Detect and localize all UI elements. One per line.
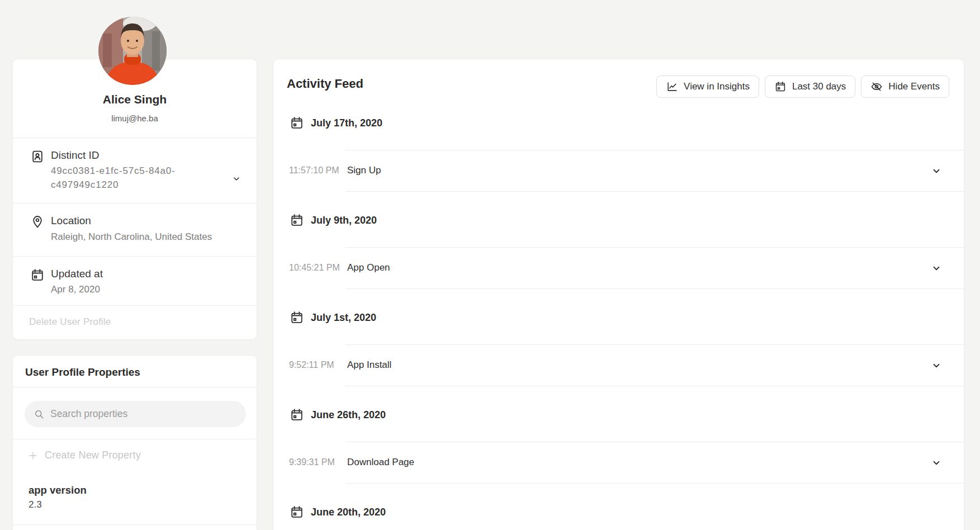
divider <box>13 439 257 439</box>
date-group-header: July 1st, 2020 <box>290 310 964 325</box>
search-icon <box>34 409 45 420</box>
divider <box>13 387 257 387</box>
avatar <box>98 17 167 85</box>
calendar-icon <box>290 310 304 325</box>
divider <box>345 288 964 289</box>
divider <box>345 191 964 192</box>
feed-toolbar: View in Insights Last 30 days Hide Event… <box>656 75 949 98</box>
field-value-distinct-id: 49cc0381-e1fc-57c5-84a0-c497949c1220 <box>51 164 192 192</box>
property-value: 2.3 <box>29 499 87 510</box>
event-row[interactable]: 9:39:31 PM Download Page <box>273 442 964 483</box>
chevron-down-icon[interactable] <box>931 263 941 273</box>
profile-card: Alice Singh limuj@he.ba Distinct ID 49cc… <box>12 59 257 340</box>
event-row[interactable]: 9:52:11 PM App Install <box>273 345 964 386</box>
event-name: App Install <box>347 359 391 371</box>
event-name: Download Page <box>347 457 414 468</box>
property-row-app-version[interactable]: app version 2.3 <box>29 484 87 510</box>
hide-events-label: Hide Events <box>888 81 940 92</box>
eye-off-icon <box>870 81 883 93</box>
property-name: app version <box>29 484 87 496</box>
date-group-header: June 20th, 2020 <box>290 505 964 519</box>
divider <box>13 256 257 257</box>
divider <box>345 386 964 386</box>
calendar-icon <box>774 81 787 93</box>
feed-body: July 17th, 2020 11:57:10 PM Sign Up July… <box>273 116 964 530</box>
create-new-property-label: Create New Property <box>45 449 141 461</box>
event-time: 11:57:10 PM <box>289 165 347 176</box>
date-group-label: June 20th, 2020 <box>311 507 386 518</box>
date-group-label: July 17th, 2020 <box>311 117 382 129</box>
activity-feed-title: Activity Feed <box>287 77 363 91</box>
user-profile-properties-card: User Profile Properties Create New Prope… <box>12 355 257 530</box>
date-group-label: July 1st, 2020 <box>311 312 376 324</box>
field-label-updated-at: Updated at <box>51 268 103 280</box>
calendar-icon <box>290 116 304 130</box>
date-group-label: June 26th, 2020 <box>311 409 386 421</box>
field-label-distinct-id: Distinct ID <box>51 149 100 162</box>
user-profile-page: Alice Singh limuj@he.ba Distinct ID 49cc… <box>0 0 980 530</box>
date-group-label: July 9th, 2020 <box>311 215 377 226</box>
event-row[interactable]: 10:45:21 PM App Open <box>273 248 964 288</box>
delete-user-profile-button[interactable]: Delete User Profile <box>29 316 111 328</box>
view-in-insights-button[interactable]: View in Insights <box>656 75 759 98</box>
properties-title: User Profile Properties <box>25 366 140 378</box>
create-new-property-button[interactable]: Create New Property <box>28 449 141 461</box>
divider <box>13 305 257 306</box>
field-value-location: Raleigh, North Carolina, United States <box>51 230 212 244</box>
event-name: Sign Up <box>347 165 381 176</box>
calendar-icon <box>290 213 304 228</box>
location-pin-icon <box>30 215 45 229</box>
event-name: App Open <box>347 262 390 273</box>
plus-icon <box>28 451 38 461</box>
user-photo <box>98 17 167 85</box>
event-time: 9:52:11 PM <box>289 360 347 370</box>
event-time: 9:39:31 PM <box>289 457 347 467</box>
chevron-down-icon[interactable] <box>931 458 941 468</box>
divider <box>13 524 257 525</box>
profile-name: Alice Singh <box>13 93 257 106</box>
id-badge-icon <box>30 149 45 164</box>
calendar-icon <box>290 505 304 519</box>
search-properties-field[interactable] <box>25 401 246 427</box>
chevron-down-icon[interactable] <box>931 361 941 371</box>
field-label-location: Location <box>51 215 91 227</box>
event-time: 10:45:21 PM <box>289 263 347 273</box>
calendar-icon <box>30 268 45 282</box>
chevron-down-icon[interactable] <box>931 166 941 176</box>
profile-email: limuj@he.ba <box>13 113 257 123</box>
date-range-label: Last 30 days <box>792 81 846 92</box>
search-input[interactable] <box>50 408 237 420</box>
view-in-insights-label: View in Insights <box>684 81 750 92</box>
date-range-button[interactable]: Last 30 days <box>765 75 855 98</box>
date-group-header: July 17th, 2020 <box>290 116 964 130</box>
line-chart-icon <box>666 81 678 93</box>
calendar-icon <box>290 408 304 422</box>
hide-events-button[interactable]: Hide Events <box>861 75 949 98</box>
event-row[interactable]: 11:57:10 PM Sign Up <box>273 150 964 191</box>
activity-feed-card: Activity Feed View in Insights Last 30 d… <box>273 59 964 530</box>
divider <box>13 138 257 138</box>
date-group-header: June 26th, 2020 <box>290 408 964 422</box>
chevron-down-icon[interactable] <box>232 174 241 183</box>
divider <box>345 483 964 484</box>
divider <box>13 203 257 204</box>
date-group-header: July 9th, 2020 <box>290 213 964 228</box>
field-value-updated-at: Apr 8, 2020 <box>51 282 100 296</box>
